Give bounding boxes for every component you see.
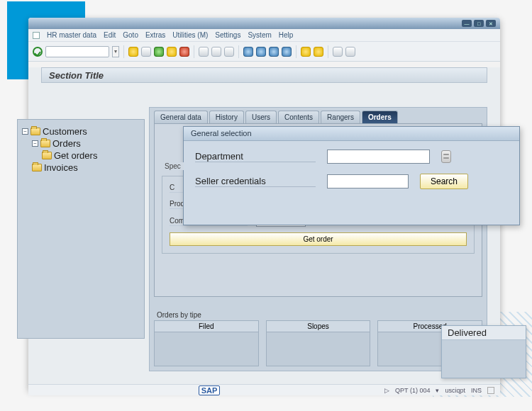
collapse-icon[interactable]: − — [22, 128, 28, 135]
tab-users[interactable]: Users — [245, 111, 277, 123]
cancel-icon[interactable] — [167, 47, 177, 57]
find-next-icon[interactable] — [224, 47, 234, 57]
orders-slopes-box: Slopes — [266, 320, 371, 366]
status-arrow-icon[interactable]: ▾ — [436, 387, 439, 394]
tree-get-orders-label: Get orders — [54, 150, 97, 161]
menu-extras[interactable]: Extras — [145, 31, 165, 39]
next-page-icon[interactable] — [269, 47, 279, 57]
menu-title[interactable]: HR master data — [47, 31, 96, 39]
label-seller-credentials: Seller credentials — [195, 176, 316, 187]
sap-logo: SAP — [199, 385, 221, 395]
general-selection-panel: General selection Department Seller cred… — [183, 126, 520, 225]
department-input[interactable] — [327, 150, 430, 164]
orders-slopes-header: Slopes — [267, 321, 370, 332]
close-icon[interactable]: ✕ — [486, 20, 496, 27]
tab-general-data[interactable]: General data — [154, 111, 208, 123]
separator — [296, 45, 297, 58]
stop-icon[interactable] — [179, 47, 189, 57]
new-session-icon[interactable] — [301, 47, 311, 57]
shortcut-icon[interactable] — [314, 47, 323, 57]
document-icon — [33, 32, 40, 39]
menu-help[interactable]: Help — [279, 31, 294, 39]
tab-orders[interactable]: Orders — [362, 111, 398, 123]
separator — [194, 45, 194, 58]
help-icon[interactable] — [333, 47, 343, 57]
orders-filed-box: Filed — [154, 320, 259, 366]
orders-filed-header: Filed — [155, 321, 258, 332]
tab-history[interactable]: History — [209, 111, 244, 123]
database-icon[interactable] — [441, 150, 451, 163]
tree-customers-label: Customers — [43, 126, 87, 137]
search-button[interactable]: Search — [420, 174, 468, 189]
menu-utilities[interactable]: Utilities (M) — [172, 31, 208, 39]
tree-invoices-label: Invoices — [44, 162, 78, 173]
tabstrip: General data History Users Contents Rang… — [150, 108, 487, 123]
tree-invoices[interactable]: Invoices — [22, 162, 140, 174]
menu-goto[interactable]: Goto — [123, 31, 138, 39]
separator — [123, 45, 124, 58]
folder-icon — [31, 128, 40, 135]
tab-contents[interactable]: Contents — [278, 111, 319, 123]
status-user: usciqpt — [445, 387, 465, 394]
last-page-icon[interactable] — [282, 47, 292, 57]
titlebar: — □ ✕ — [28, 18, 500, 29]
collapse-icon[interactable]: − — [32, 140, 38, 147]
back-icon[interactable] — [128, 47, 138, 57]
first-page-icon[interactable] — [243, 47, 253, 57]
status-mode: INS — [471, 387, 482, 394]
statusbar: SAP ▷ QPT (1) 004 ▾ usciqpt INS — [28, 384, 500, 395]
command-field[interactable] — [45, 46, 109, 57]
save-icon[interactable] — [141, 47, 151, 57]
folder-icon — [40, 140, 50, 147]
menubar: HR master data Edit Goto Extras Utilitie… — [28, 29, 500, 42]
tab-rangers[interactable]: Rangers — [321, 111, 360, 123]
delivered-header: Delivered — [442, 326, 526, 340]
label-department: Department — [195, 151, 316, 162]
separator — [238, 45, 239, 58]
general-selection-title: General selection — [184, 127, 519, 141]
status-play-icon[interactable]: ▷ — [384, 387, 389, 394]
menu-settings[interactable]: Settings — [215, 31, 240, 39]
tree-orders[interactable]: − Orders — [22, 137, 140, 150]
fieldset-legend: Spec — [162, 162, 184, 170]
menu-system[interactable]: System — [248, 31, 271, 39]
tree-panel: − Customers − Orders Get orders Invoices — [17, 119, 145, 339]
folder-icon — [42, 152, 52, 159]
enter-icon[interactable] — [33, 47, 43, 57]
status-edit-icon[interactable] — [487, 387, 494, 394]
tree-customers[interactable]: − Customers — [22, 125, 140, 137]
find-icon[interactable] — [211, 47, 221, 57]
get-order-button[interactable]: Get order — [170, 232, 467, 246]
layout-icon[interactable] — [345, 47, 355, 57]
minimize-icon[interactable]: — — [462, 20, 472, 27]
tree-get-orders[interactable]: Get orders — [22, 150, 140, 162]
maximize-icon[interactable]: □ — [474, 20, 484, 27]
print-icon[interactable] — [199, 47, 209, 57]
exit-icon[interactable] — [154, 47, 164, 57]
folder-icon — [32, 164, 42, 171]
toolbar: ▾ — [28, 42, 500, 62]
prev-page-icon[interactable] — [256, 47, 266, 57]
orders-by-label: Orders by tipe — [157, 311, 482, 319]
status-system: QPT (1) 004 — [395, 387, 430, 394]
seller-credentials-input[interactable] — [327, 174, 409, 188]
orders-section: Orders by tipe Filed Slopes Processed — [154, 311, 482, 366]
section-title: Section Title — [41, 67, 487, 83]
tree-orders-label: Orders — [52, 138, 81, 149]
command-dropdown-icon[interactable]: ▾ — [112, 46, 119, 57]
delivered-box: Delivered — [441, 325, 526, 378]
menu-edit[interactable]: Edit — [104, 31, 116, 39]
separator — [328, 45, 328, 58]
